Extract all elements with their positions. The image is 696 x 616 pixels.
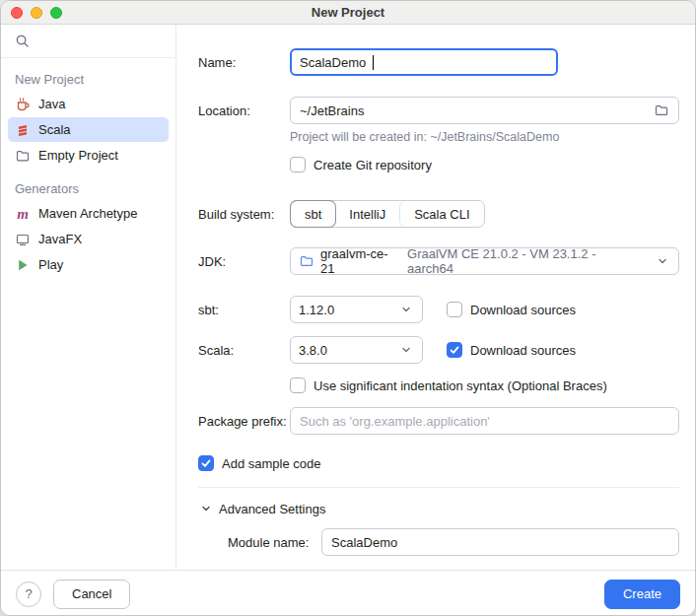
scala-version-select[interactable]: 3.8.0	[290, 336, 423, 364]
text-caret	[373, 55, 374, 70]
package-prefix-placeholder: Such as 'org.example.application'	[300, 414, 490, 429]
location-row: Location: ~/JetBrains	[198, 97, 679, 124]
sample-code-row: Add sample code	[198, 455, 679, 471]
sidebar-item-java[interactable]: Java	[8, 92, 169, 116]
build-system-option-intellij[interactable]: IntelliJ	[335, 201, 399, 227]
sidebar-item-empty-project[interactable]: Empty Project	[8, 143, 169, 168]
name-input[interactable]: ScalaDemo	[290, 48, 558, 76]
sidebar-item-label: Empty Project	[38, 148, 118, 163]
advanced-settings-label: Advanced Settings	[219, 502, 325, 516]
folder-browse-icon[interactable]	[654, 103, 669, 118]
git-checkbox[interactable]	[290, 157, 306, 172]
new-project-dialog: New Project New Project J	[0, 0, 696, 616]
package-prefix-label: Package prefix:	[198, 414, 290, 429]
sample-code-checkbox[interactable]	[198, 455, 214, 471]
search-icon	[14, 34, 30, 49]
scala-sources-row: Download sources	[447, 342, 576, 358]
location-input[interactable]: ~/JetBrains	[290, 97, 679, 124]
create-button[interactable]: Create	[604, 580, 680, 609]
scala-download-sources-checkbox[interactable]	[447, 342, 462, 358]
chevron-down-icon	[398, 342, 414, 358]
indentation-checkbox-label: Use significant indentation syntax (Opti…	[313, 378, 607, 393]
close-window-button[interactable]	[11, 7, 23, 19]
minimize-window-button[interactable]	[31, 7, 42, 19]
sidebar-section-generators: Generators	[15, 181, 175, 196]
chevron-down-icon	[198, 501, 214, 516]
sidebar-item-scala[interactable]: Scala	[8, 117, 169, 142]
jdk-select[interactable]: graalvm-ce-21 GraalVM CE 21.0.2 - VM 23.…	[290, 247, 679, 275]
jdk-icon	[299, 253, 314, 269]
package-prefix-input[interactable]: Such as 'org.example.application'	[290, 407, 679, 435]
name-value: ScalaDemo	[300, 55, 366, 70]
title-bar: New Project	[1, 1, 695, 25]
sbt-download-sources-checkbox[interactable]	[447, 302, 462, 317]
scala-icon	[15, 122, 31, 138]
zoom-window-button[interactable]	[50, 7, 62, 19]
indentation-checkbox[interactable]	[290, 377, 306, 393]
sidebar-item-label: JavaFX	[38, 232, 82, 246]
advanced-divider	[198, 487, 679, 488]
sidebar-item-play[interactable]: Play	[8, 252, 169, 277]
sidebar-section-new-project: New Project	[15, 72, 175, 87]
jdk-row: JDK: graalvm-ce-21 GraalVM CE 21.0.2 - V…	[198, 247, 679, 275]
git-checkbox-label: Create Git repository	[313, 158, 432, 172]
maven-icon: m	[15, 206, 31, 222]
git-row: Create Git repository	[198, 157, 679, 172]
help-button-label: ?	[25, 586, 32, 601]
sbt-sources-row: Download sources	[447, 302, 576, 317]
sample-code-checkbox-label: Add sample code	[222, 456, 320, 471]
cancel-button-label: Cancel	[72, 586, 111, 601]
javafx-icon	[15, 232, 31, 247]
jdk-name: graalvm-ce-21	[320, 246, 401, 276]
sidebar-item-label: Play	[38, 257, 63, 272]
sbt-row: sbt: 1.12.0 Download sources	[198, 296, 679, 323]
module-name-input[interactable]: ScalaDemo	[321, 528, 679, 556]
build-system-option-scala-cli[interactable]: Scala CLI	[399, 201, 483, 227]
location-hint: Project will be created in: ~/JetBrains/…	[290, 130, 559, 144]
build-system-row: Build system: sbt IntelliJ Scala CLI	[198, 200, 679, 228]
sbt-version-value: 1.12.0	[299, 303, 334, 317]
generator-search[interactable]	[1, 25, 175, 58]
java-icon	[15, 97, 31, 112]
cancel-button[interactable]: Cancel	[53, 580, 130, 609]
sidebar-item-maven-archetype[interactable]: m Maven Archetype	[8, 201, 169, 226]
module-name-label: Module name:	[228, 535, 321, 550]
window-title: New Project	[1, 5, 695, 20]
location-value: ~/JetBrains	[300, 103, 648, 118]
module-name-value: ScalaDemo	[331, 535, 397, 550]
scala-download-sources-label: Download sources	[470, 343, 576, 358]
create-button-label: Create	[623, 586, 661, 601]
advanced-settings-toggle[interactable]: Advanced Settings	[198, 501, 679, 516]
name-row: Name: ScalaDemo	[198, 48, 679, 76]
indentation-checkbox-row: Use significant indentation syntax (Opti…	[290, 377, 607, 393]
sidebar-item-label: Maven Archetype	[38, 206, 137, 221]
jdk-label: JDK:	[198, 254, 290, 269]
play-icon	[15, 257, 31, 273]
empty-project-icon	[15, 148, 31, 164]
build-system-label: Build system:	[198, 207, 290, 222]
name-label: Name:	[198, 55, 290, 70]
chevron-down-icon	[655, 253, 670, 269]
scala-row: Scala: 3.8.0 Download sources	[198, 336, 679, 364]
package-prefix-row: Package prefix: Such as 'org.example.app…	[198, 407, 679, 435]
sidebar-item-label: Java	[38, 97, 65, 111]
sidebar-item-label: Scala	[38, 122, 71, 137]
traffic-lights	[11, 7, 62, 19]
sbt-label: sbt:	[198, 303, 290, 317]
chevron-down-icon	[398, 302, 414, 317]
sample-code-checkbox-row: Add sample code	[198, 455, 320, 471]
module-name-row: Module name: ScalaDemo	[228, 528, 679, 556]
sidebar: New Project Java	[1, 25, 176, 570]
dialog-footer: ? Cancel Create	[1, 570, 695, 616]
sidebar-item-javafx[interactable]: JavaFX	[8, 227, 169, 251]
build-system-segmented: sbt IntelliJ Scala CLI	[290, 200, 485, 228]
build-system-option-sbt[interactable]: sbt	[291, 201, 335, 227]
sbt-version-select[interactable]: 1.12.0	[290, 296, 423, 323]
indentation-row: Use significant indentation syntax (Opti…	[198, 377, 679, 393]
help-button[interactable]: ?	[16, 582, 41, 607]
location-label: Location:	[198, 103, 290, 118]
scala-label: Scala:	[198, 343, 290, 358]
sbt-download-sources-label: Download sources	[470, 303, 576, 317]
jdk-detail: GraalVM CE 21.0.2 - VM 23.1.2 - aarch64	[407, 246, 643, 276]
location-hint-row: Project will be created in: ~/JetBrains/…	[198, 130, 679, 144]
